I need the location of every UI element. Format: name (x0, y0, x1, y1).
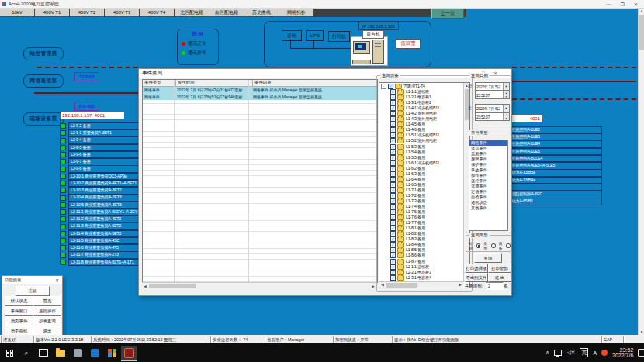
device-label[interactable]: L3-10-1 商业重要负荷DC3-AP9a (68, 173, 141, 181)
page-tab[interactable]: 400V T4 (140, 8, 175, 17)
checkbox-checked-icon[interactable]: ✓ (390, 188, 396, 193)
tree-item[interactable]: ✓ L1-4-1 冷冻机组B11 (381, 105, 463, 111)
page-tab[interactable]: 南区配电箱 (209, 8, 244, 17)
scrollbar-thumb[interactable] (386, 283, 417, 288)
page-tab[interactable]: 400V T3 (105, 8, 140, 17)
tree-root-item[interactable]: - ✓ 万隆湾T1-T4 (381, 84, 463, 89)
maximize-button[interactable]: ❐ (621, 2, 625, 7)
speaker-muted-icon[interactable]: ◁✕ (566, 350, 575, 356)
device-label[interactable]: 应急照明A-1LE3 (501, 133, 602, 141)
checkbox-checked-icon[interactable]: ✓ (390, 193, 396, 198)
checkbox-checked-icon[interactable]: ✓ (390, 95, 396, 100)
checkbox-checked-icon[interactable]: ✓ (390, 116, 396, 122)
event-type-option[interactable]: 遥控事件 (469, 178, 507, 184)
device-label[interactable]: L3-11-1 商业重要负荷A-B1EY1~A-2EY1 (68, 209, 141, 216)
tree-item[interactable]: ✓ L1-8-5 备用 (381, 247, 463, 253)
event-type-option[interactable]: 遥调事件 (469, 184, 507, 189)
checkbox-checked-icon[interactable]: ✓ (390, 215, 396, 220)
device-label[interactable]: 应急照明A-1LE2 (501, 126, 602, 134)
table-horizontal-scrollbar[interactable]: ◀ ▶ (142, 282, 376, 289)
scroll-up-icon[interactable]: ▲ (639, 8, 644, 14)
device-label[interactable]: L3-11-4 商业重要负荷A-5ET3 (68, 230, 141, 238)
device-label[interactable]: L3-9-5 备用 (68, 144, 141, 152)
spin-down-icon[interactable]: ▼ (504, 117, 509, 121)
minimize-button[interactable]: — (607, 2, 611, 7)
event-table-row[interactable]: 网络事件 2022年 7月 6日23时51分17秒946毫秒 网络事件 操作员 … (143, 94, 377, 101)
scroll-right-icon[interactable]: ▶ (370, 284, 376, 289)
page-tab[interactable]: 10kV (0, 8, 35, 17)
device-label[interactable]: 应急照明A-4LE5~A-5LE5 (501, 162, 602, 170)
print-all-button[interactable]: 打印全部 (488, 264, 511, 273)
device-label[interactable]: 应急照明A-1LE4 (501, 140, 602, 148)
device-label[interactable]: L3-9-8 备用 (68, 165, 141, 173)
column-header-type[interactable]: 事件类型 (143, 80, 176, 86)
tree-item[interactable]: ✓ L1-6-5 备用 (381, 182, 463, 188)
event-type-option[interactable]: 越限事件 (469, 157, 507, 162)
checkbox-checked-icon[interactable]: ✓ (390, 275, 396, 281)
file-explorer-button[interactable] (53, 346, 68, 360)
checkbox-checked-icon[interactable]: ✓ (390, 133, 396, 138)
checkbox-checked-icon[interactable]: ✓ (390, 247, 396, 253)
event-table-row[interactable]: 网络事件 2022年 7月 6日23时47分31秒477毫秒 网络事件 操作员 … (143, 87, 377, 94)
tree-item[interactable]: ✓ L1-4-3 室外用电柜 (381, 116, 463, 122)
scrollbar-thumb[interactable] (639, 15, 644, 50)
tray-expand-icon[interactable]: ∧ (545, 350, 549, 356)
event-type-option[interactable]: 遥信事件 (469, 146, 507, 151)
taskbar-app-active[interactable] (121, 346, 137, 361)
device-label[interactable]: 消防控制室A-6FC (501, 191, 602, 198)
default-state-button[interactable]: 默认状态 (5, 296, 33, 306)
home-button[interactable]: 首页 (33, 296, 61, 306)
event-type-option[interactable]: 其他事件 (469, 205, 507, 211)
tree-item[interactable]: ✓ L1-6-3 备用 (381, 171, 463, 177)
function-panel-titlebar[interactable]: 功能面板 ✕ (2, 276, 62, 284)
event-type-option[interactable]: 保护事件 (469, 162, 507, 167)
checkbox-checked-icon[interactable]: ✓ (390, 105, 396, 111)
tree-item[interactable]: ✓ L1-6-1 冷冻机组B11 (381, 160, 463, 166)
page-tab[interactable]: 历史曲线 (244, 8, 279, 17)
tree-item[interactable]: ✓ L1-4-6 备用 (381, 127, 463, 133)
tree-item[interactable]: ✓ L1-2-1 电容柜1 (381, 95, 463, 100)
chevron-down-icon[interactable]: ▼ (503, 105, 509, 112)
checkbox-checked-icon[interactable]: ✓ (390, 144, 396, 150)
close-icon[interactable]: ✕ (55, 278, 59, 283)
task-view-button[interactable] (36, 346, 51, 360)
tree-item[interactable]: ✓ L2-2-1 电容柜3 (381, 270, 463, 275)
tree-item[interactable]: ✓ L1-7-1 备用 (381, 188, 463, 193)
column-header-content[interactable]: 事件内容 (253, 80, 377, 86)
tree-item[interactable]: ✓ L1-7-2 备用 (381, 193, 463, 198)
close-button[interactable]: ✕ (634, 2, 638, 7)
checkbox-checked-icon[interactable]: ✓ (388, 84, 393, 89)
collapse-icon[interactable]: - (381, 84, 386, 89)
tree-item[interactable]: ✓ L2-1-1 进线柜 (381, 264, 463, 270)
checkbox-checked-icon[interactable]: ✓ (390, 270, 396, 275)
device-label[interactable]: L3-10-3 商业重要负荷A-3ET2 (68, 187, 141, 195)
checkbox-checked-icon[interactable]: ✓ (390, 150, 396, 155)
checkbox-checked-icon[interactable]: ✓ (390, 166, 396, 171)
ime-language-indicator[interactable]: 英 (580, 348, 588, 357)
action-center-icon[interactable] (638, 349, 644, 357)
device-label[interactable]: L3-11-8 商业重要负荷A-B1T1~A-1T1 (68, 259, 141, 267)
checkbox-checked-icon[interactable]: ✓ (390, 127, 396, 133)
page-tab[interactable]: 400V T1 (35, 8, 70, 17)
event-type-option[interactable]: 事故事件 (469, 167, 507, 173)
device-label[interactable]: L3-9-4 备用 (68, 136, 141, 144)
radio-circle-icon[interactable] (476, 243, 481, 249)
query-button[interactable]: 查询 (474, 253, 502, 263)
remote-control-button[interactable]: 遥控操作 (33, 306, 61, 316)
radio-option[interactable]: 设备 (499, 241, 511, 250)
column-header-time[interactable]: 发生时间 (176, 80, 253, 86)
tree-item[interactable]: ✓ L1-3-1 电容柜2 (381, 100, 463, 105)
start-button[interactable] (2, 346, 17, 360)
tree-item[interactable]: ✓ L1-5-3 备用 (381, 144, 463, 150)
event-type-option[interactable]: 网络事件 (469, 140, 507, 146)
previous-page-button[interactable]: 上一页 (431, 9, 464, 19)
history-events-button[interactable]: 历史事件 (5, 316, 33, 326)
page-tab[interactable]: 400V T2 (70, 8, 105, 17)
checkbox-checked-icon[interactable]: ✓ (390, 160, 396, 166)
main-vertical-scrollbar[interactable]: ▲ ▼ (638, 8, 644, 335)
tree-item[interactable]: ✓ L1-7-7 备用 (381, 220, 463, 226)
device-label[interactable]: L3-11-3 商业重要负荷A-5ET2 (68, 222, 141, 230)
network-icon[interactable] (554, 350, 562, 356)
device-label[interactable]: L3-9-6 备用 (68, 151, 141, 159)
device-label[interactable]: L3-11-2 商业重要负荷A-4ET2 (68, 215, 141, 223)
